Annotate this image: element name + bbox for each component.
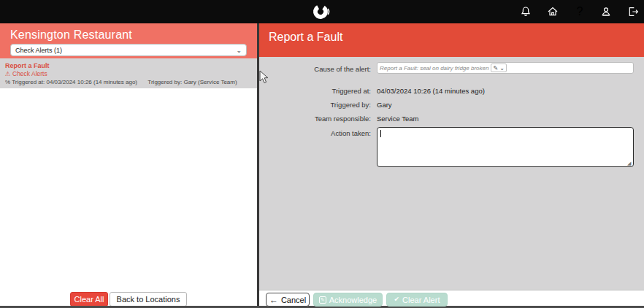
team-responsible-value: Service Team	[377, 115, 418, 123]
resize-handle-icon[interactable]: ◢	[627, 161, 631, 166]
home-icon[interactable]	[545, 4, 561, 19]
team-responsible-label: Team responsible:	[259, 115, 371, 123]
help-icon[interactable]: ?	[572, 4, 588, 19]
alert-detail-header: Report a Fault	[259, 23, 644, 57]
alerts-filter-value: Check Alerts (1)	[15, 47, 62, 54]
alert-list-item[interactable]: Report a Fault ⚠ Check Alerts % Triggere…	[0, 58, 257, 88]
clear-all-button[interactable]: Clear All	[70, 292, 108, 307]
clear-all-label: Clear All	[74, 295, 104, 304]
alert-category-label: Check Alerts	[12, 70, 47, 77]
user-icon[interactable]	[598, 4, 614, 19]
alert-detail-title: Report a Fault	[269, 31, 342, 44]
link-icon: %	[5, 79, 10, 85]
locations-panel: Kensington Restaurant Check Alerts (1) ⌄…	[0, 23, 257, 306]
triggered-by-label: Triggered by:	[259, 101, 371, 109]
cause-combobox[interactable]: Report a Fault: seal on dairy fridge bro…	[377, 62, 634, 74]
acknowledge-button[interactable]: ✎ Acknowledge	[313, 293, 383, 307]
cause-value: Report a Fault: seal on dairy fridge bro…	[380, 65, 488, 72]
action-taken-label: Action taken:	[259, 129, 371, 137]
location-title: Kensington Restaurant	[10, 28, 132, 42]
alert-title: Report a Fault	[5, 62, 257, 70]
triggered-at-value: 04/03/2024 10:26 (14 minutes ago)	[377, 87, 485, 95]
check-icon: ✔	[394, 296, 400, 303]
alert-triggered-at-value: 04/03/2024 10:26 (14 minutes ago)	[47, 79, 138, 85]
chevron-down-icon: ⌄	[499, 65, 505, 72]
bell-icon[interactable]	[518, 4, 534, 19]
alert-meta: % Triggered at: 04/03/2024 10:26 (14 min…	[5, 78, 257, 86]
help-glyph: ?	[577, 5, 583, 18]
back-to-locations-button[interactable]: Back to Locations	[110, 292, 187, 307]
cause-label: Cause of the alert:	[259, 65, 371, 73]
mouse-cursor	[259, 70, 269, 85]
triggered-by-value: Gary	[377, 101, 392, 109]
warning-icon: ⚠	[5, 70, 11, 77]
text-caret	[380, 130, 381, 137]
logout-icon[interactable]	[625, 4, 641, 19]
cause-edit-controls[interactable]: ✎ ⌄	[491, 63, 506, 72]
pencil-square-icon: ✎	[319, 296, 326, 304]
back-arrow-icon: ←	[269, 295, 278, 305]
chevron-down-icon: ⌄	[236, 48, 242, 53]
alert-triggered-at-label: Triggered at:	[12, 79, 45, 85]
alert-detail-panel: Report a Fault Cause of the alert: Repor…	[259, 23, 644, 306]
cancel-button[interactable]: ← Cancel	[266, 293, 310, 307]
acknowledge-label: Acknowledge	[329, 296, 377, 304]
cancel-label: Cancel	[281, 296, 306, 304]
action-taken-textarea[interactable]	[377, 127, 634, 167]
pencil-icon: ✎	[493, 65, 498, 72]
location-header: Kensington Restaurant Check Alerts (1) ⌄	[0, 23, 257, 58]
clear-alert-label: Clear Alert	[402, 296, 440, 304]
alert-triggered-by-value: Gary (Service Team)	[183, 79, 237, 85]
brand-logo-icon	[313, 3, 331, 20]
alert-category: ⚠ Check Alerts	[5, 70, 257, 78]
clear-alert-button[interactable]: ✔ Clear Alert	[386, 293, 448, 307]
triggered-at-label: Triggered at:	[259, 87, 371, 95]
back-to-locations-label: Back to Locations	[117, 295, 180, 304]
topbar: ?	[0, 0, 644, 23]
alert-triggered-by-label: Triggered by:	[147, 79, 182, 85]
alerts-filter-select[interactable]: Check Alerts (1) ⌄	[10, 44, 247, 56]
